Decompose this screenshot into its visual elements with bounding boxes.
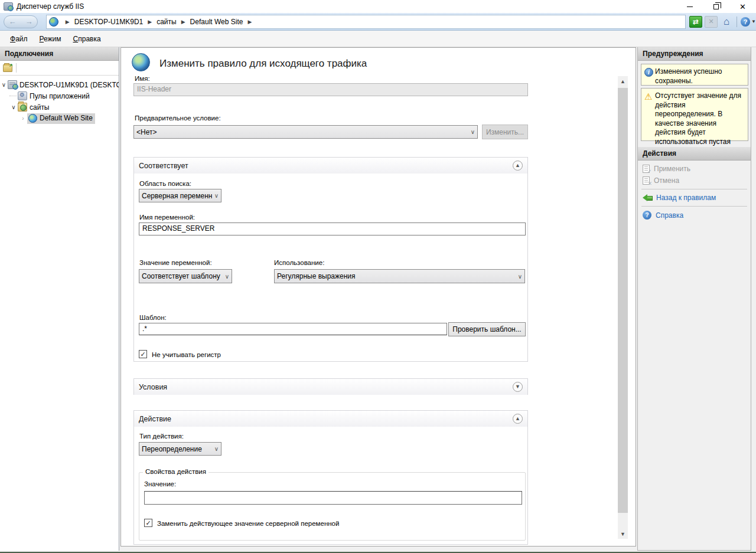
test-pattern-button[interactable]: Проверить шаблон... (448, 322, 526, 336)
name-field: IIS-Header (133, 83, 528, 96)
variable-name-input[interactable]: RESPONSE_SERVER (139, 222, 526, 235)
forward-button[interactable]: → (25, 18, 32, 25)
edit-precondition-button: Изменить... (482, 125, 528, 139)
conditions-section-header[interactable]: Условия ▼ (134, 379, 527, 395)
iis-manager-window: Диспетчер служб IIS ✕ ← → ▶ DESKTOP-U1MK… (0, 0, 756, 553)
scope-select[interactable]: Серверная переменн ∨ (139, 189, 221, 202)
warning-icon: ⚠ (644, 91, 652, 102)
match-section-title: Соответствует (139, 162, 188, 170)
refresh-icon: ⇄ (693, 18, 699, 26)
application-pools-icon (18, 91, 27, 100)
ignore-case-checkbox[interactable]: ✓ (139, 350, 147, 358)
back-to-rules-action[interactable]: Назад к правилам (638, 192, 751, 204)
menu-file[interactable]: Файл (5, 32, 33, 45)
minimize-button[interactable] (676, 0, 703, 13)
alert-info-text: Изменения успешно сохранены. (655, 67, 745, 82)
close-icon: ✕ (739, 3, 746, 11)
help-action[interactable]: ? Справка (638, 209, 751, 221)
help-menu-button[interactable]: ? ▼ (741, 17, 756, 27)
action-type-value: Переопределение (142, 445, 212, 453)
feature-globe-icon (132, 53, 150, 71)
toolbar-divider (16, 63, 17, 73)
right-panel: Предупреждения i Изменения успешно сохра… (637, 47, 751, 551)
server-icon (8, 80, 17, 89)
pattern-input[interactable]: .* (139, 323, 447, 335)
breadcrumb-sites[interactable]: сайты (157, 18, 177, 26)
replace-value-checkbox[interactable]: ✓ (144, 519, 152, 527)
menu-help[interactable]: Справка (68, 32, 106, 45)
alerts-header: Предупреждения (638, 47, 751, 61)
restore-button[interactable] (703, 0, 729, 13)
tree-item-sites[interactable]: ∨ сайты (0, 102, 119, 113)
chevron-expanded-icon[interactable]: ∨ (0, 81, 8, 88)
close-button[interactable]: ✕ (729, 0, 756, 13)
tree-item-app-pools[interactable]: Пулы приложений (0, 90, 119, 102)
action-section-header[interactable]: Действие ▲ (134, 411, 527, 427)
operation-label: Значение переменной: (139, 259, 212, 266)
precondition-label: Предварительное условие: (135, 114, 221, 122)
connections-header: Подключения (0, 47, 119, 61)
help-icon: ? (741, 17, 750, 27)
conditions-section: Условия ▼ (133, 378, 528, 395)
match-section: Соответствует ▲ Область поиска: Серверна… (133, 157, 528, 362)
match-section-header[interactable]: Соответствует ▲ (134, 158, 527, 174)
sites-folder-icon (18, 103, 27, 112)
selected-tree-item[interactable]: Default Web Site (27, 113, 95, 124)
chevron-collapsed-icon[interactable]: › (19, 115, 27, 122)
collapse-icon[interactable]: ▲ (513, 414, 523, 424)
stop-button: ✕ (705, 16, 718, 28)
save-connection-icon[interactable] (3, 64, 12, 72)
pattern-label: Шаблон: (139, 314, 167, 321)
cancel-action: Отмена (638, 175, 751, 186)
chevron-expanded-icon[interactable]: ∨ (9, 104, 18, 110)
connections-tree: ∨ DESKTOP-U1MK9D1 (DESKTOP Пулы приложен… (0, 76, 119, 124)
expand-icon[interactable]: ▼ (513, 382, 523, 392)
action-type-select[interactable]: Переопределение ∨ (139, 442, 221, 456)
cancel-icon (643, 176, 650, 185)
home-button[interactable]: ⌂ (720, 16, 733, 28)
apply-icon (643, 165, 650, 173)
actions-divider (641, 206, 747, 207)
action-properties-legend: Свойства действия (143, 468, 208, 475)
scroll-up-button[interactable]: ▲ (618, 76, 628, 86)
minimize-icon (687, 6, 693, 7)
alert-info: i Изменения успешно сохранены. (641, 64, 748, 86)
window-title: Диспетчер служб IIS (17, 2, 84, 11)
action-properties-group: Свойства действия Значение: ✓ Заменить д… (139, 472, 526, 541)
tree-item-label: DESKTOP-U1MK9D1 (DESKTOP (19, 81, 119, 89)
actions-list: Применить Отмена Назад к правилам ? Спра… (638, 163, 751, 221)
breadcrumb-server[interactable]: DESKTOP-U1MK9D1 (74, 18, 143, 26)
content-scrollbar[interactable]: ▲ ▼ (618, 76, 628, 539)
precondition-value: <Нет> (136, 128, 468, 136)
scrollbar-thumb[interactable] (618, 88, 628, 513)
breadcrumb[interactable]: ▶ DESKTOP-U1MK9D1 ▶ сайты ▶ Default Web … (46, 15, 686, 29)
action-type-label: Тип действия: (139, 433, 184, 440)
back-button[interactable]: ← (8, 18, 16, 25)
title-bar: Диспетчер служб IIS ✕ (0, 0, 756, 13)
value-input[interactable] (144, 491, 522, 505)
actions-header: Действия (638, 147, 751, 161)
tree-item-default-web-site[interactable]: › Default Web Site (0, 113, 119, 124)
help-label: Справка (656, 211, 683, 220)
chevron-right-icon: ▶ (243, 19, 256, 25)
operation-select[interactable]: Соответствует шаблону ∨ (139, 269, 232, 283)
using-select[interactable]: Регулярные выражения ∨ (274, 269, 525, 283)
precondition-select[interactable]: <Нет> ∨ (133, 125, 478, 139)
site-globe-icon (28, 114, 37, 123)
iis-app-icon (4, 2, 13, 11)
chevron-down-icon: ▼ (751, 19, 756, 24)
conditions-section-title: Условия (139, 383, 167, 391)
actions-divider (641, 189, 747, 189)
restart-button[interactable]: ⇄ (689, 16, 702, 28)
chevron-down-icon: ∨ (471, 129, 475, 135)
collapse-icon[interactable]: ▲ (513, 161, 523, 171)
stop-icon: ✕ (708, 18, 713, 25)
help-icon: ? (643, 211, 651, 220)
scroll-down-button[interactable]: ▼ (618, 529, 628, 539)
scope-value: Серверная переменн (142, 192, 212, 200)
chevron-right-icon: ▶ (143, 19, 157, 25)
menu-view[interactable]: Режим (34, 32, 67, 45)
using-label: Использование: (274, 259, 324, 266)
tree-item-server[interactable]: ∨ DESKTOP-U1MK9D1 (DESKTOP (0, 79, 119, 90)
breadcrumb-site[interactable]: Default Web Site (190, 18, 243, 26)
